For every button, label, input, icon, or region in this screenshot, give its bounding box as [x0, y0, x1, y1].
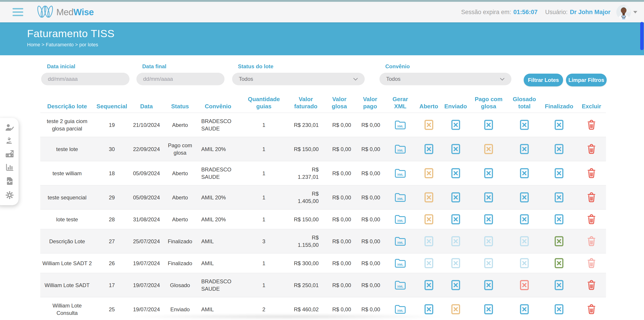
- aberto-status-icon[interactable]: [424, 214, 433, 224]
- cell-descricao: William Lote SADT 2: [40, 260, 94, 267]
- pago-com-glosa-status-icon[interactable]: [484, 120, 493, 130]
- finalizado-status-icon[interactable]: [554, 120, 564, 130]
- delete-trash-icon[interactable]: [587, 304, 596, 314]
- col-header: Valor glosa: [323, 96, 356, 110]
- enviado-status-icon[interactable]: [451, 304, 460, 314]
- enviado-status-icon[interactable]: [451, 236, 460, 246]
- gear-icon[interactable]: [6, 191, 14, 199]
- glosado-total-status-icon[interactable]: [520, 304, 529, 314]
- glosado-total-status-icon[interactable]: [520, 214, 529, 224]
- money-trend-icon[interactable]: [5, 150, 14, 158]
- glosado-total-status-icon[interactable]: [520, 192, 529, 202]
- aberto-status-icon[interactable]: [424, 168, 433, 178]
- bar-chart-icon[interactable]: [6, 164, 14, 171]
- cell-status: Enviado: [163, 306, 197, 313]
- pago-com-glosa-status-icon[interactable]: [484, 236, 493, 246]
- cell-valor-pago: R$ 0,00: [356, 238, 384, 245]
- scrollbar-thumb[interactable]: [640, 22, 644, 50]
- status-lote-select[interactable]: Todos: [232, 73, 365, 85]
- session-info: Sessão expira em: 01:56:07 Usuário: Dr J…: [461, 9, 610, 16]
- delete-trash-icon[interactable]: [587, 236, 596, 246]
- delete-trash-icon[interactable]: [587, 280, 596, 290]
- table-row: teste sequencial 29 05/09/2024 Aberto AM…: [40, 185, 606, 209]
- col-header: Enviado: [442, 103, 470, 110]
- delete-trash-icon[interactable]: [587, 168, 596, 178]
- glosado-total-status-icon[interactable]: [520, 120, 529, 130]
- glosado-total-status-icon[interactable]: [520, 258, 529, 268]
- cell-valor-faturado: R$ 1.237,01: [288, 166, 323, 181]
- finalizado-status-icon[interactable]: [554, 192, 564, 202]
- enviado-status-icon[interactable]: [451, 214, 460, 224]
- pago-com-glosa-status-icon[interactable]: [484, 214, 493, 224]
- gerar-xml-icon[interactable]: XML: [395, 214, 406, 224]
- gerar-xml-icon[interactable]: XML: [395, 192, 406, 202]
- cell-descricao: teste lote: [40, 145, 94, 153]
- glosado-total-status-icon[interactable]: [520, 236, 529, 246]
- menu-hamburger-icon[interactable]: [12, 8, 23, 16]
- finalizado-status-icon[interactable]: [554, 304, 564, 314]
- svg-text:XML: XML: [397, 197, 404, 200]
- glosado-total-status-icon[interactable]: [520, 168, 529, 178]
- aberto-status-icon[interactable]: [424, 120, 433, 130]
- enviado-status-icon[interactable]: [451, 280, 460, 290]
- topbar: MedWise Sessão expira em: 01:56:07 Usuár…: [0, 2, 644, 22]
- delete-trash-icon[interactable]: [587, 258, 596, 268]
- pago-com-glosa-status-icon[interactable]: [484, 280, 493, 290]
- profile-caret-icon[interactable]: [633, 11, 637, 14]
- aberto-status-icon[interactable]: [424, 144, 433, 154]
- lotes-table: Descrição lote Sequencial Data Status Co…: [40, 93, 606, 320]
- glosado-total-status-icon[interactable]: [520, 144, 529, 154]
- data-final-input[interactable]: [136, 73, 224, 85]
- delete-trash-icon[interactable]: [587, 214, 596, 224]
- delete-trash-icon[interactable]: [587, 144, 596, 154]
- limpar-filtros-button[interactable]: Limpar Filtros: [566, 74, 607, 86]
- cell-descricao: William Lote Consulta: [40, 302, 94, 317]
- delete-trash-icon[interactable]: [587, 120, 596, 130]
- convenio-label: Convênio: [385, 63, 512, 70]
- user-check-icon[interactable]: [5, 124, 14, 131]
- filtrar-lotes-button[interactable]: Filtrar Lotes: [524, 74, 563, 86]
- pago-com-glosa-status-icon[interactable]: [484, 168, 493, 178]
- finalizado-status-icon[interactable]: [554, 236, 564, 246]
- enviado-status-icon[interactable]: [451, 168, 460, 178]
- data-inicial-input[interactable]: [41, 73, 130, 85]
- gerar-xml-icon[interactable]: XML: [395, 120, 406, 130]
- pago-com-glosa-status-icon[interactable]: [484, 304, 493, 314]
- cell-valor-glosa: R$ 0,00: [323, 121, 356, 129]
- glosado-total-status-icon[interactable]: [520, 280, 529, 290]
- avatar[interactable]: [616, 5, 631, 20]
- finalizado-status-icon[interactable]: [554, 258, 564, 268]
- gerar-xml-icon[interactable]: XML: [395, 236, 406, 246]
- svg-text:XML: XML: [397, 285, 404, 288]
- finalizado-status-icon[interactable]: [554, 144, 564, 154]
- enviado-status-icon[interactable]: [451, 192, 460, 202]
- aberto-status-icon[interactable]: [424, 258, 433, 268]
- delete-trash-icon[interactable]: [587, 192, 596, 202]
- file-medical-icon[interactable]: [6, 177, 13, 185]
- enviado-status-icon[interactable]: [451, 258, 460, 268]
- gerar-xml-icon[interactable]: XML: [395, 258, 406, 268]
- pago-com-glosa-status-icon[interactable]: [484, 258, 493, 268]
- gerar-xml-icon[interactable]: XML: [395, 144, 406, 154]
- col-header: Excluir: [577, 103, 606, 110]
- aberto-status-icon[interactable]: [424, 280, 433, 290]
- enviado-status-icon[interactable]: [451, 144, 460, 154]
- finalizado-status-icon[interactable]: [554, 168, 564, 178]
- aberto-status-icon[interactable]: [424, 192, 433, 202]
- finalizado-status-icon[interactable]: [554, 214, 564, 224]
- enviado-status-icon[interactable]: [451, 120, 460, 130]
- user-injured-icon[interactable]: [6, 137, 14, 144]
- pago-com-glosa-status-icon[interactable]: [484, 144, 493, 154]
- aberto-status-icon[interactable]: [424, 236, 433, 246]
- pago-com-glosa-status-icon[interactable]: [484, 192, 493, 202]
- convenio-select[interactable]: Todos: [380, 73, 512, 85]
- col-header: Aberto: [416, 103, 442, 110]
- chevron-down-icon: [500, 78, 505, 81]
- gerar-xml-icon[interactable]: XML: [395, 280, 406, 290]
- finalizado-status-icon[interactable]: [554, 280, 564, 290]
- cell-sequencial: 27: [94, 238, 130, 245]
- gerar-xml-icon[interactable]: XML: [395, 168, 406, 178]
- gerar-xml-icon[interactable]: XML: [395, 304, 406, 314]
- cell-convenio: AMIL: [197, 238, 239, 245]
- aberto-status-icon[interactable]: [424, 304, 433, 314]
